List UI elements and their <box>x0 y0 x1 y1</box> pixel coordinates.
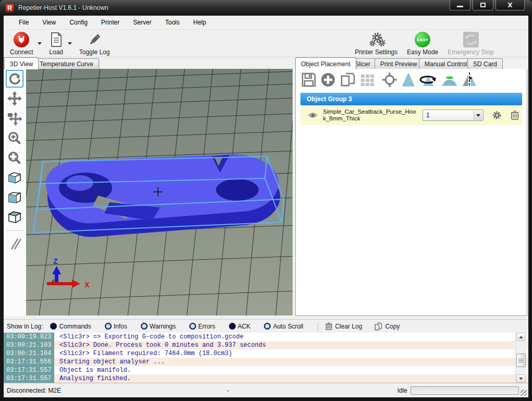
center-object-icon[interactable] <box>381 72 398 88</box>
scrollbar-thumb[interactable] <box>516 354 526 367</box>
log-toggle-errors[interactable]: Errors <box>189 323 215 330</box>
menu-view[interactable]: View <box>35 17 63 28</box>
main-toolbar: Connect Load Toggle Log Printer Settings… <box>4 30 528 57</box>
move-view-button[interactable] <box>6 90 23 107</box>
x-axis-label: X <box>84 281 90 289</box>
toggle-dot-icon <box>105 323 112 330</box>
printer-settings-button[interactable]: Printer Settings <box>352 30 401 57</box>
status-center-text: - <box>227 387 229 394</box>
title-bar[interactable]: R Repetier-Host V1.6.1 - Unknown X <box>0 0 532 16</box>
tab-temperature-curve[interactable]: Temperature Curve <box>34 58 99 69</box>
maximize-icon <box>480 3 486 7</box>
scroll-down-button[interactable] <box>516 374 526 383</box>
scroll-up-button[interactable] <box>516 333 526 341</box>
menu-printer[interactable]: Printer <box>94 17 126 28</box>
log-message: Starting object analyser ... <box>54 358 165 366</box>
chevron-down-icon <box>476 114 480 117</box>
move-object-button[interactable] <box>6 110 23 127</box>
object-group-title: Object Group 3 <box>307 95 352 103</box>
menu-server[interactable]: Server <box>126 17 158 28</box>
log-toggle-commands[interactable]: Commands <box>50 323 91 330</box>
toggle-dot-icon <box>264 323 271 330</box>
tab-object-placement[interactable]: Object Placement <box>295 57 356 69</box>
menu-help[interactable]: Help <box>187 17 213 28</box>
rotate-object-icon[interactable] <box>419 72 438 88</box>
close-icon: X <box>507 2 512 9</box>
log-toggle-warnings[interactable]: Warnings <box>141 323 176 330</box>
tab-print-preview[interactable]: Print Preview <box>374 58 423 69</box>
save-icon[interactable] <box>301 72 317 88</box>
copies-value: 1 <box>426 112 430 119</box>
rotate-view-icon <box>8 72 21 86</box>
tab-sd-card[interactable]: SD Card <box>467 58 503 69</box>
log-message: <Slic3r> Done. Process took 0 minutes an… <box>54 341 266 349</box>
app-icon: R <box>5 4 14 13</box>
isometric-view-button[interactable] <box>6 169 23 187</box>
delete-object-trash-icon[interactable] <box>511 110 519 120</box>
mirror-object-icon[interactable] <box>462 72 477 88</box>
front-view-button[interactable] <box>6 189 23 206</box>
resize-grip[interactable] <box>521 390 527 396</box>
copies-dropdown[interactable]: 1 <box>422 110 484 121</box>
toggle-dot-icon <box>189 323 196 330</box>
toggle-log-button[interactable]: Toggle Log <box>76 30 113 57</box>
viewport-3d[interactable]: Z X <box>26 69 293 315</box>
connect-dropdown-caret[interactable] <box>38 42 42 45</box>
gears-icon <box>366 32 386 47</box>
clear-log-button[interactable]: Clear Log <box>325 322 362 330</box>
tab-manual-control[interactable]: Manual Control <box>419 58 473 69</box>
log-toggle-ack[interactable]: ACK <box>229 323 251 330</box>
connect-button[interactable]: Connect <box>7 30 37 57</box>
log-toggle-autoscroll[interactable]: Auto Scroll <box>264 323 303 330</box>
model-purse-hook[interactable] <box>46 154 280 237</box>
log-row: 03:00:21.104 <Slic3r> Filament required:… <box>4 349 528 358</box>
rotate-view-button[interactable] <box>6 70 23 88</box>
object-name: Simple_Car_Seatback_Purse_Hook_8mm_Thick <box>323 108 416 122</box>
minimize-button[interactable] <box>450 0 470 10</box>
log-message: Object is manifold. <box>54 366 131 374</box>
object-settings-gear-icon[interactable] <box>492 110 502 120</box>
printer-state-label: Idle <box>397 387 407 394</box>
connection-status: Disconnected: M2E <box>7 387 61 394</box>
log-scrollbar[interactable] <box>515 333 526 383</box>
visibility-eye-icon[interactable] <box>308 112 318 119</box>
add-object-icon[interactable] <box>320 72 336 88</box>
top-view-button[interactable] <box>6 209 23 226</box>
parallel-projection-button[interactable] <box>6 235 23 253</box>
tab-3d-view[interactable]: 3D View <box>4 57 39 69</box>
load-button[interactable]: Load <box>46 30 67 57</box>
zoom-fit-button[interactable] <box>6 149 23 167</box>
log-timestamp: 03:00:21.104 <box>4 349 54 358</box>
scale-object-icon[interactable] <box>402 72 415 88</box>
menu-file[interactable]: File <box>12 17 35 28</box>
zoom-in-button[interactable] <box>6 129 23 147</box>
object-list-row[interactable]: Simple_Car_Seatback_Purse_Hook_8mm_Thick… <box>300 105 522 125</box>
menu-config[interactable]: Config <box>63 17 94 28</box>
log-toolbar-separator <box>318 322 318 331</box>
toggle-dot-icon <box>229 323 236 330</box>
log-row: 03:17:31.557 Object is manifold. <box>4 366 528 374</box>
load-dropdown-caret[interactable] <box>68 42 72 45</box>
log-row: 03:17:31.556 Starting object analyser ..… <box>4 358 528 366</box>
show-in-log-label: Show in Log: <box>7 323 43 330</box>
drop-object-icon[interactable] <box>441 72 458 88</box>
close-button[interactable]: X <box>495 0 525 10</box>
easy-mode-button[interactable]: EASY Easy Mode <box>404 30 441 57</box>
object-group-header[interactable]: Object Group 3 <box>300 93 522 105</box>
toggle-dot-icon <box>50 323 57 330</box>
log-toggle-infos[interactable]: Infos <box>105 323 127 330</box>
move-object-icon <box>7 111 22 126</box>
z-axis-label: Z <box>53 257 58 265</box>
log-output[interactable]: 03:00:19.823 <Slic3r> => Exporting G-cod… <box>4 333 528 383</box>
copy-log-button[interactable]: Copy <box>374 322 400 331</box>
log-message: <Slic3r> Filament required: 7464.0mm (18… <box>54 349 232 358</box>
log-timestamp: 03:00:21.103 <box>4 341 54 349</box>
arrow-up-icon <box>519 336 523 338</box>
maximize-button[interactable] <box>473 0 493 10</box>
object-placement-panel: Object Group 3 Simple_Car_Seatback_Purse… <box>295 69 527 316</box>
copy-object-icon[interactable] <box>340 72 356 88</box>
dropdown-arrow-zone[interactable] <box>474 111 482 120</box>
log-toolbar: Show in Log: Commands Infos Warnings Err… <box>4 319 528 333</box>
autoposition-icon[interactable] <box>360 72 378 88</box>
menu-tools[interactable]: Tools <box>159 17 187 28</box>
